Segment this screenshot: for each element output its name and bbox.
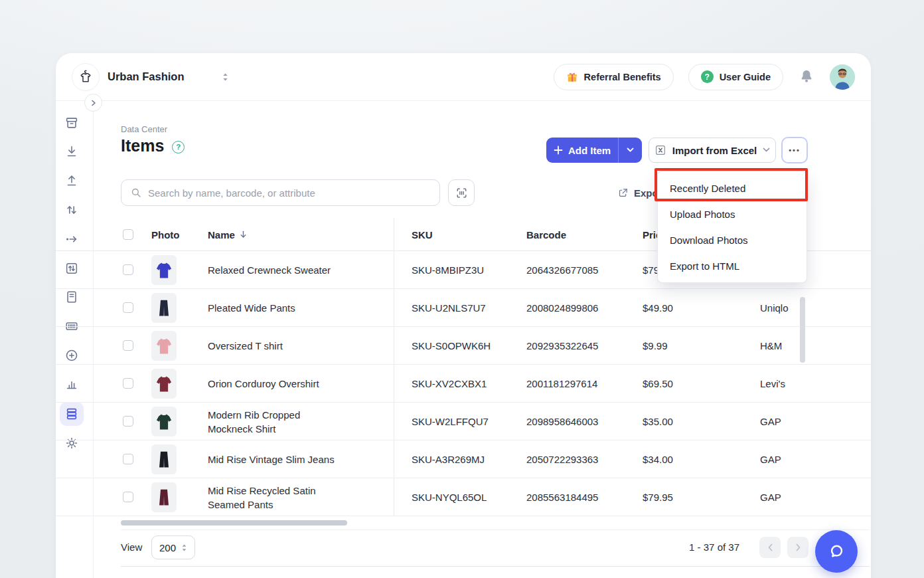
store-name: Urban Fashion: [108, 70, 185, 83]
table-row[interactable]: Orion Corduroy Overshirt SKU-XV2CXBX1 20…: [56, 365, 871, 403]
excel-icon: [654, 144, 666, 156]
export-icon: [617, 187, 629, 199]
product-price: $79.95: [643, 478, 716, 516]
user-avatar[interactable]: [830, 64, 855, 90]
add-item-label: Add Item: [568, 145, 611, 156]
add-item-dropdown-toggle[interactable]: [618, 138, 642, 163]
referral-benefits-button[interactable]: Referral Benefits: [554, 64, 674, 90]
product-name: Pleated Wide Pants: [208, 289, 338, 327]
column-header-barcode: Barcode: [526, 218, 566, 251]
chevron-down-icon: [763, 147, 770, 153]
breadcrumb: Data Center: [121, 124, 167, 134]
product-name: Oversized T shirt: [208, 327, 338, 365]
column-header-sku: SKU: [412, 218, 433, 251]
product-barcode: 2064326677085: [526, 251, 633, 289]
table-row[interactable]: Mid Rise Vintage Slim Jeans SKU-A3R269MJ…: [56, 440, 871, 478]
question-circle-icon: ?: [701, 70, 714, 83]
product-barcode: 2085563184495: [526, 478, 633, 516]
spinner-arrows-icon: [181, 543, 187, 552]
product-sku: SKU-NYQL65OL: [412, 478, 518, 516]
menu-item-export-to-html[interactable]: Export to HTML: [658, 253, 807, 279]
product-photo: [151, 407, 177, 436]
menu-item-download-photos[interactable]: Download Photos: [658, 227, 807, 253]
chat-widget-button[interactable]: [815, 530, 858, 573]
chevron-down-icon: [627, 147, 634, 153]
sidebar-item-package[interactable]: [60, 111, 84, 135]
chevron-right-icon: [795, 543, 801, 551]
next-page-button[interactable]: [787, 537, 809, 558]
pagination-range: 1 - 37 of 37: [666, 541, 739, 553]
product-price: $9.99: [643, 327, 716, 365]
user-guide-label: User Guide: [720, 72, 771, 82]
page-size-select[interactable]: 200: [151, 535, 195, 559]
product-barcode: 2092935322645: [526, 327, 633, 365]
product-barcode: 2008024899806: [526, 289, 633, 327]
product-barcode: 2098958646003: [526, 403, 633, 440]
chevron-left-icon: [767, 543, 773, 551]
sort-desc-icon: [239, 230, 248, 239]
items-help-icon[interactable]: ?: [172, 141, 185, 153]
view-label: View: [121, 541, 142, 553]
product-photo: [151, 255, 177, 285]
product-sku: SKU-A3R269MJ: [412, 440, 518, 478]
search-bar: [121, 179, 440, 206]
more-options-menu: Recently Deleted Upload Photos Download …: [657, 171, 807, 283]
referral-benefits-label: Referral Benefits: [584, 72, 661, 82]
vertical-scrollbar[interactable]: [800, 297, 805, 363]
product-brand: GAP: [760, 440, 846, 478]
topbar: Urban Fashion Referral Benefits ?: [56, 53, 871, 101]
product-name: Mid Rise Recycled Satin Seamed Pants: [208, 478, 338, 516]
more-options-button[interactable]: •••: [781, 137, 808, 163]
product-name: Mid Rise Vintage Slim Jeans: [208, 440, 338, 478]
main-card: Urban Fashion Referral Benefits ?: [56, 53, 871, 578]
product-sku: SKU-U2NLS7U7: [412, 289, 518, 327]
plus-icon: [554, 145, 563, 155]
row-checkbox[interactable]: [123, 454, 133, 464]
menu-item-recently-deleted[interactable]: Recently Deleted: [658, 175, 807, 201]
add-item-button[interactable]: Add Item: [546, 138, 642, 163]
store-switcher[interactable]: [222, 72, 229, 82]
column-header-name[interactable]: Name: [208, 218, 248, 251]
product-photo: [151, 482, 177, 512]
sidebar-item-download[interactable]: [60, 140, 84, 163]
table-row[interactable]: Oversized T shirt SKU-S0OPWK6H 209293532…: [56, 327, 871, 365]
select-all-checkbox[interactable]: [123, 229, 133, 240]
page-size-value: 200: [159, 542, 176, 553]
product-sku: SKU-8MBIPZ3U: [412, 251, 518, 289]
table-row[interactable]: Modern Rib Cropped Mockneck Shirt SKU-W2…: [56, 403, 871, 440]
product-photo: [151, 369, 177, 399]
table-row[interactable]: Pleated Wide Pants SKU-U2NLS7U7 20080248…: [56, 289, 871, 327]
row-checkbox[interactable]: [123, 378, 133, 389]
barcode-scan-icon: [455, 187, 468, 199]
menu-item-upload-photos[interactable]: Upload Photos: [658, 201, 807, 227]
row-checkbox[interactable]: [123, 416, 133, 427]
sidebar-item-upload[interactable]: [60, 169, 84, 193]
row-checkbox[interactable]: [123, 264, 133, 275]
product-price: $49.90: [643, 289, 716, 327]
chat-bubble-icon: [825, 540, 848, 563]
product-photo: [151, 331, 177, 361]
import-from-excel-button[interactable]: Import from Excel: [649, 138, 776, 163]
horizontal-scrollbar[interactable]: [121, 520, 347, 526]
user-guide-button[interactable]: ? User Guide: [688, 64, 783, 90]
page-title-row: Items ?: [121, 136, 185, 155]
product-price: $69.50: [643, 365, 716, 403]
table-body: Relaxed Crewneck Sweater SKU-8MBIPZ3U 20…: [56, 251, 871, 516]
row-checkbox[interactable]: [123, 492, 133, 502]
notifications-bell-icon[interactable]: [798, 68, 815, 86]
search-input[interactable]: [148, 187, 431, 199]
product-name: Relaxed Crewneck Sweater: [208, 251, 338, 289]
table-row[interactable]: Mid Rise Recycled Satin Seamed Pants SKU…: [56, 478, 871, 516]
sidebar-expand-button[interactable]: [84, 94, 102, 112]
footer-divider-top: [121, 530, 870, 530]
product-brand: Levi's: [760, 365, 846, 403]
product-sku: SKU-S0OPWK6H: [412, 327, 518, 365]
row-checkbox[interactable]: [123, 302, 133, 313]
previous-page-button[interactable]: [759, 537, 781, 558]
barcode-scan-button[interactable]: [448, 179, 475, 206]
import-from-excel-label: Import from Excel: [672, 145, 757, 156]
product-name: Modern Rib Cropped Mockneck Shirt: [208, 403, 338, 440]
product-sku: SKU-W2LFFQU7: [412, 403, 518, 440]
row-checkbox[interactable]: [123, 340, 133, 351]
store-logo[interactable]: [72, 63, 100, 91]
